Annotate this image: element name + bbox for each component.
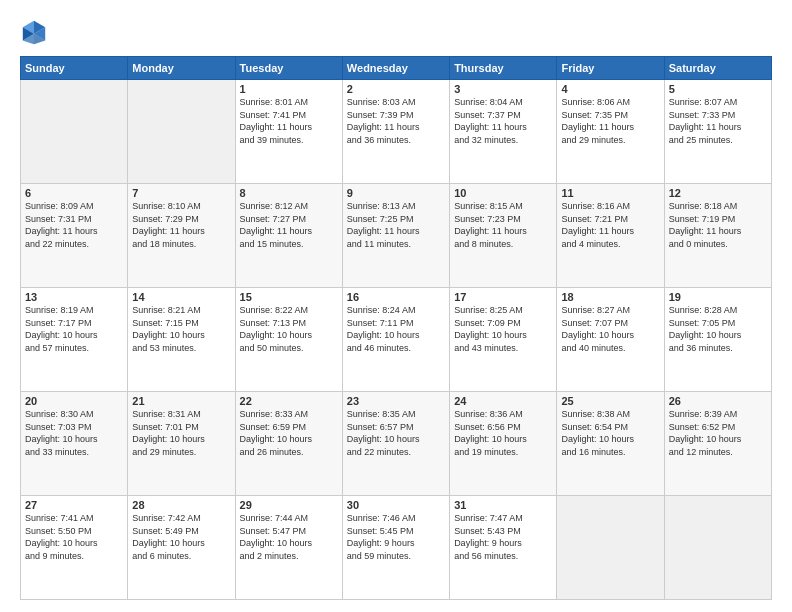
day-info: Sunrise: 8:04 AM Sunset: 7:37 PM Dayligh… <box>454 96 552 146</box>
calendar-cell: 18Sunrise: 8:27 AM Sunset: 7:07 PM Dayli… <box>557 288 664 392</box>
weekday-header: Sunday <box>21 57 128 80</box>
calendar-cell: 6Sunrise: 8:09 AM Sunset: 7:31 PM Daylig… <box>21 184 128 288</box>
day-info: Sunrise: 7:46 AM Sunset: 5:45 PM Dayligh… <box>347 512 445 562</box>
calendar-cell: 27Sunrise: 7:41 AM Sunset: 5:50 PM Dayli… <box>21 496 128 600</box>
day-number: 13 <box>25 291 123 303</box>
day-info: Sunrise: 8:25 AM Sunset: 7:09 PM Dayligh… <box>454 304 552 354</box>
day-number: 8 <box>240 187 338 199</box>
weekday-header: Monday <box>128 57 235 80</box>
calendar-cell: 5Sunrise: 8:07 AM Sunset: 7:33 PM Daylig… <box>664 80 771 184</box>
weekday-header: Friday <box>557 57 664 80</box>
weekday-header: Thursday <box>450 57 557 80</box>
calendar-cell: 11Sunrise: 8:16 AM Sunset: 7:21 PM Dayli… <box>557 184 664 288</box>
day-info: Sunrise: 8:16 AM Sunset: 7:21 PM Dayligh… <box>561 200 659 250</box>
calendar-cell: 9Sunrise: 8:13 AM Sunset: 7:25 PM Daylig… <box>342 184 449 288</box>
calendar-cell: 2Sunrise: 8:03 AM Sunset: 7:39 PM Daylig… <box>342 80 449 184</box>
calendar-cell: 21Sunrise: 8:31 AM Sunset: 7:01 PM Dayli… <box>128 392 235 496</box>
day-number: 27 <box>25 499 123 511</box>
calendar-cell: 16Sunrise: 8:24 AM Sunset: 7:11 PM Dayli… <box>342 288 449 392</box>
day-info: Sunrise: 7:44 AM Sunset: 5:47 PM Dayligh… <box>240 512 338 562</box>
day-number: 11 <box>561 187 659 199</box>
day-info: Sunrise: 8:27 AM Sunset: 7:07 PM Dayligh… <box>561 304 659 354</box>
calendar-week-row: 1Sunrise: 8:01 AM Sunset: 7:41 PM Daylig… <box>21 80 772 184</box>
day-number: 26 <box>669 395 767 407</box>
calendar-cell: 20Sunrise: 8:30 AM Sunset: 7:03 PM Dayli… <box>21 392 128 496</box>
day-info: Sunrise: 8:03 AM Sunset: 7:39 PM Dayligh… <box>347 96 445 146</box>
day-info: Sunrise: 8:09 AM Sunset: 7:31 PM Dayligh… <box>25 200 123 250</box>
day-info: Sunrise: 8:01 AM Sunset: 7:41 PM Dayligh… <box>240 96 338 146</box>
calendar-cell: 25Sunrise: 8:38 AM Sunset: 6:54 PM Dayli… <box>557 392 664 496</box>
day-number: 23 <box>347 395 445 407</box>
day-info: Sunrise: 8:07 AM Sunset: 7:33 PM Dayligh… <box>669 96 767 146</box>
day-number: 22 <box>240 395 338 407</box>
day-info: Sunrise: 8:22 AM Sunset: 7:13 PM Dayligh… <box>240 304 338 354</box>
day-number: 28 <box>132 499 230 511</box>
day-info: Sunrise: 8:24 AM Sunset: 7:11 PM Dayligh… <box>347 304 445 354</box>
weekday-header: Wednesday <box>342 57 449 80</box>
day-number: 5 <box>669 83 767 95</box>
day-number: 6 <box>25 187 123 199</box>
day-info: Sunrise: 8:36 AM Sunset: 6:56 PM Dayligh… <box>454 408 552 458</box>
day-number: 15 <box>240 291 338 303</box>
day-number: 30 <box>347 499 445 511</box>
day-number: 16 <box>347 291 445 303</box>
calendar-week-row: 20Sunrise: 8:30 AM Sunset: 7:03 PM Dayli… <box>21 392 772 496</box>
day-info: Sunrise: 8:38 AM Sunset: 6:54 PM Dayligh… <box>561 408 659 458</box>
calendar-cell: 28Sunrise: 7:42 AM Sunset: 5:49 PM Dayli… <box>128 496 235 600</box>
day-number: 25 <box>561 395 659 407</box>
weekday-header: Tuesday <box>235 57 342 80</box>
calendar-cell: 29Sunrise: 7:44 AM Sunset: 5:47 PM Dayli… <box>235 496 342 600</box>
day-info: Sunrise: 8:28 AM Sunset: 7:05 PM Dayligh… <box>669 304 767 354</box>
day-info: Sunrise: 8:12 AM Sunset: 7:27 PM Dayligh… <box>240 200 338 250</box>
calendar-week-row: 13Sunrise: 8:19 AM Sunset: 7:17 PM Dayli… <box>21 288 772 392</box>
day-info: Sunrise: 8:13 AM Sunset: 7:25 PM Dayligh… <box>347 200 445 250</box>
calendar-table: SundayMondayTuesdayWednesdayThursdayFrid… <box>20 56 772 600</box>
calendar-cell: 13Sunrise: 8:19 AM Sunset: 7:17 PM Dayli… <box>21 288 128 392</box>
calendar-cell: 15Sunrise: 8:22 AM Sunset: 7:13 PM Dayli… <box>235 288 342 392</box>
calendar-cell: 24Sunrise: 8:36 AM Sunset: 6:56 PM Dayli… <box>450 392 557 496</box>
calendar-cell: 17Sunrise: 8:25 AM Sunset: 7:09 PM Dayli… <box>450 288 557 392</box>
calendar-cell: 1Sunrise: 8:01 AM Sunset: 7:41 PM Daylig… <box>235 80 342 184</box>
calendar-week-row: 27Sunrise: 7:41 AM Sunset: 5:50 PM Dayli… <box>21 496 772 600</box>
calendar-cell <box>21 80 128 184</box>
day-number: 7 <box>132 187 230 199</box>
day-info: Sunrise: 8:21 AM Sunset: 7:15 PM Dayligh… <box>132 304 230 354</box>
day-number: 20 <box>25 395 123 407</box>
day-info: Sunrise: 8:18 AM Sunset: 7:19 PM Dayligh… <box>669 200 767 250</box>
day-number: 1 <box>240 83 338 95</box>
day-info: Sunrise: 7:41 AM Sunset: 5:50 PM Dayligh… <box>25 512 123 562</box>
calendar-week-row: 6Sunrise: 8:09 AM Sunset: 7:31 PM Daylig… <box>21 184 772 288</box>
day-info: Sunrise: 8:15 AM Sunset: 7:23 PM Dayligh… <box>454 200 552 250</box>
calendar-cell: 31Sunrise: 7:47 AM Sunset: 5:43 PM Dayli… <box>450 496 557 600</box>
day-number: 18 <box>561 291 659 303</box>
day-info: Sunrise: 8:33 AM Sunset: 6:59 PM Dayligh… <box>240 408 338 458</box>
header-row: SundayMondayTuesdayWednesdayThursdayFrid… <box>21 57 772 80</box>
calendar-cell: 30Sunrise: 7:46 AM Sunset: 5:45 PM Dayli… <box>342 496 449 600</box>
day-info: Sunrise: 8:31 AM Sunset: 7:01 PM Dayligh… <box>132 408 230 458</box>
day-info: Sunrise: 8:39 AM Sunset: 6:52 PM Dayligh… <box>669 408 767 458</box>
header <box>20 18 772 46</box>
calendar-cell: 19Sunrise: 8:28 AM Sunset: 7:05 PM Dayli… <box>664 288 771 392</box>
day-number: 21 <box>132 395 230 407</box>
day-info: Sunrise: 8:10 AM Sunset: 7:29 PM Dayligh… <box>132 200 230 250</box>
calendar-cell: 7Sunrise: 8:10 AM Sunset: 7:29 PM Daylig… <box>128 184 235 288</box>
day-number: 17 <box>454 291 552 303</box>
day-info: Sunrise: 8:19 AM Sunset: 7:17 PM Dayligh… <box>25 304 123 354</box>
day-number: 31 <box>454 499 552 511</box>
day-info: Sunrise: 8:30 AM Sunset: 7:03 PM Dayligh… <box>25 408 123 458</box>
calendar-cell: 23Sunrise: 8:35 AM Sunset: 6:57 PM Dayli… <box>342 392 449 496</box>
calendar-cell: 8Sunrise: 8:12 AM Sunset: 7:27 PM Daylig… <box>235 184 342 288</box>
day-info: Sunrise: 8:35 AM Sunset: 6:57 PM Dayligh… <box>347 408 445 458</box>
calendar-cell: 3Sunrise: 8:04 AM Sunset: 7:37 PM Daylig… <box>450 80 557 184</box>
calendar-cell <box>664 496 771 600</box>
day-number: 2 <box>347 83 445 95</box>
calendar-cell: 10Sunrise: 8:15 AM Sunset: 7:23 PM Dayli… <box>450 184 557 288</box>
logo <box>20 18 52 46</box>
day-number: 14 <box>132 291 230 303</box>
day-number: 3 <box>454 83 552 95</box>
calendar-cell <box>128 80 235 184</box>
day-number: 9 <box>347 187 445 199</box>
day-number: 19 <box>669 291 767 303</box>
day-number: 12 <box>669 187 767 199</box>
day-info: Sunrise: 7:47 AM Sunset: 5:43 PM Dayligh… <box>454 512 552 562</box>
